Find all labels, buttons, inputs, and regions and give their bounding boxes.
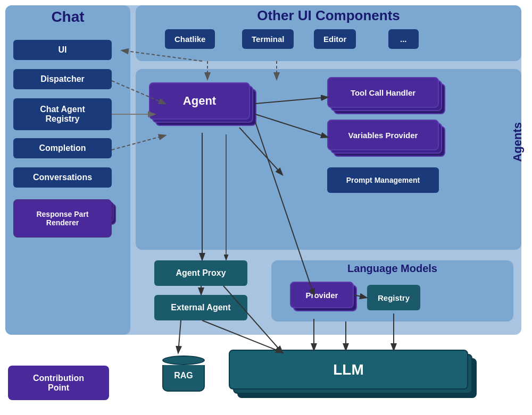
lm-registry-box: Registry bbox=[367, 285, 420, 310]
chat-title: Chat bbox=[5, 9, 130, 26]
dispatcher-box: Dispatcher bbox=[13, 69, 112, 89]
rag-box: RAG bbox=[157, 353, 210, 393]
contribution-point-box: Contribution Point bbox=[8, 366, 109, 400]
response-renderer-card-1: Response Part Renderer bbox=[13, 199, 112, 238]
cylinder-body: RAG bbox=[162, 365, 205, 386]
ui-box: UI bbox=[13, 40, 112, 60]
dots-box: ... bbox=[388, 29, 419, 49]
prompt-management-box: Prompt Management bbox=[327, 167, 439, 193]
vars-card-1: Variables Provider bbox=[327, 120, 439, 150]
tool-call-card-1: Tool Call Handler bbox=[327, 77, 439, 108]
terminal-box: Terminal bbox=[242, 29, 294, 49]
external-agent-box: External Agent bbox=[154, 295, 247, 320]
diagram-container: Chat UI Dispatcher Chat Agent Registry C… bbox=[0, 0, 532, 415]
cylinder-bottom bbox=[162, 386, 205, 392]
llm-card-1: LLM bbox=[229, 350, 468, 389]
editor-box: Editor bbox=[314, 29, 356, 49]
agent-card-1: Agent bbox=[149, 82, 250, 120]
chatlike-box: Chatlike bbox=[165, 29, 215, 49]
cylinder-top bbox=[162, 355, 205, 365]
other-ui-title: Other UI Components bbox=[136, 7, 521, 24]
provider-card-1: Provider bbox=[290, 282, 354, 308]
registry-box-left: Chat Agent Registry bbox=[13, 98, 112, 130]
agent-proxy-box: Agent Proxy bbox=[154, 260, 247, 286]
completion-box: Completion bbox=[13, 138, 112, 158]
conversations-box: Conversations bbox=[13, 167, 112, 188]
agents-label: Agents bbox=[511, 122, 527, 162]
